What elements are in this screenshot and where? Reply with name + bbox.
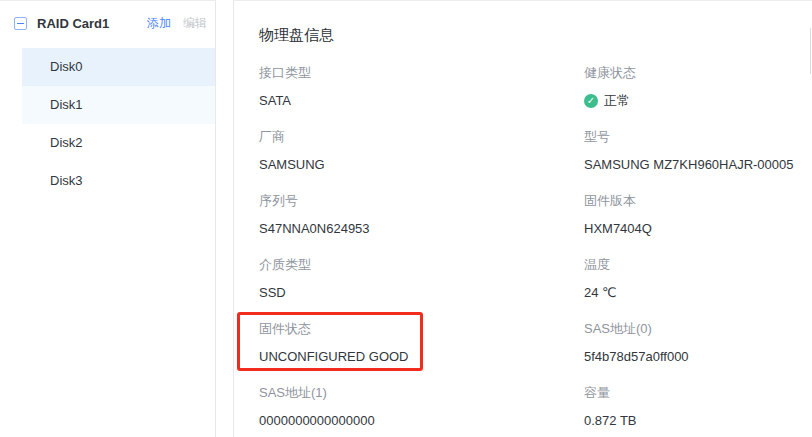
field-health-status: 健康状态 正常 [584, 65, 812, 109]
physical-disk-info-panel: 物理盘信息 接口类型 SATA 健康状态 正常 厂商 SAMSUNG 型号 SA… [233, 0, 812, 437]
sidebar-item-disk0[interactable]: Disk0 [22, 48, 215, 86]
raid-card-label: RAID Card1 [37, 16, 147, 31]
field-interface-type: 接口类型 SATA [259, 65, 584, 109]
field-label: 序列号 [259, 193, 584, 208]
field-value: 24 ℃ [584, 285, 812, 301]
field-value: 正常 [584, 93, 812, 109]
edit-link[interactable]: 编辑 [183, 15, 207, 32]
field-label: 固件版本 [584, 193, 812, 208]
field-value: HXM7404Q [584, 221, 812, 237]
field-label: 固件状态 [259, 321, 584, 336]
disk-list: Disk0 Disk1 Disk2 Disk3 [0, 48, 215, 200]
sidebar-item-disk1[interactable]: Disk1 [22, 86, 215, 124]
raid-sidebar: RAID Card1 添加 编辑 Disk0 Disk1 Disk2 Disk3 [0, 0, 216, 437]
field-label: 接口类型 [259, 65, 584, 80]
sidebar-item-disk3[interactable]: Disk3 [22, 162, 215, 200]
health-status-text: 正常 [604, 93, 630, 109]
field-label: 温度 [584, 257, 812, 272]
field-sas-address-1: SAS地址(1) 0000000000000000 [259, 385, 584, 429]
field-value: SAMSUNG MZ7KH960HAJR-00005 [584, 157, 812, 173]
field-value: 5f4b78d57a0ff000 [584, 349, 812, 365]
field-grid: 接口类型 SATA 健康状态 正常 厂商 SAMSUNG 型号 SAMSUNG … [259, 65, 812, 437]
field-capacity: 容量 0.872 TB [584, 385, 812, 429]
field-value: SATA [259, 93, 584, 109]
field-media-type: 介质类型 SSD [259, 257, 584, 301]
field-label: 厂商 [259, 129, 584, 144]
field-vendor: 厂商 SAMSUNG [259, 129, 584, 173]
field-temperature: 温度 24 ℃ [584, 257, 812, 301]
field-label: 容量 [584, 385, 812, 400]
field-label: 介质类型 [259, 257, 584, 272]
field-label: SAS地址(1) [259, 385, 584, 400]
field-value: UNCONFIGURED GOOD [259, 349, 584, 365]
field-firmware-version: 固件版本 HXM7404Q [584, 193, 812, 237]
field-value: 0000000000000000 [259, 413, 584, 429]
check-circle-icon [584, 94, 598, 108]
field-label: 健康状态 [584, 65, 812, 80]
raid-card-tree-node[interactable]: RAID Card1 添加 编辑 [0, 1, 215, 44]
page-title: 物理盘信息 [259, 26, 812, 45]
field-label: SAS地址(0) [584, 321, 812, 336]
sidebar-item-disk2[interactable]: Disk2 [22, 124, 215, 162]
add-link[interactable]: 添加 [147, 15, 171, 32]
field-serial-number: 序列号 S47NNA0N624953 [259, 193, 584, 237]
field-value: S47NNA0N624953 [259, 221, 584, 237]
field-value: SAMSUNG [259, 157, 584, 173]
vertical-scrollbar-thumb[interactable] [810, 28, 811, 74]
field-label: 型号 [584, 129, 812, 144]
field-value: 0.872 TB [584, 413, 812, 429]
field-firmware-state: 固件状态 UNCONFIGURED GOOD [259, 321, 584, 365]
field-sas-address-0: SAS地址(0) 5f4b78d57a0ff000 [584, 321, 812, 365]
field-value: SSD [259, 285, 584, 301]
collapse-minus-icon[interactable] [14, 17, 27, 30]
field-model: 型号 SAMSUNG MZ7KH960HAJR-00005 [584, 129, 812, 173]
